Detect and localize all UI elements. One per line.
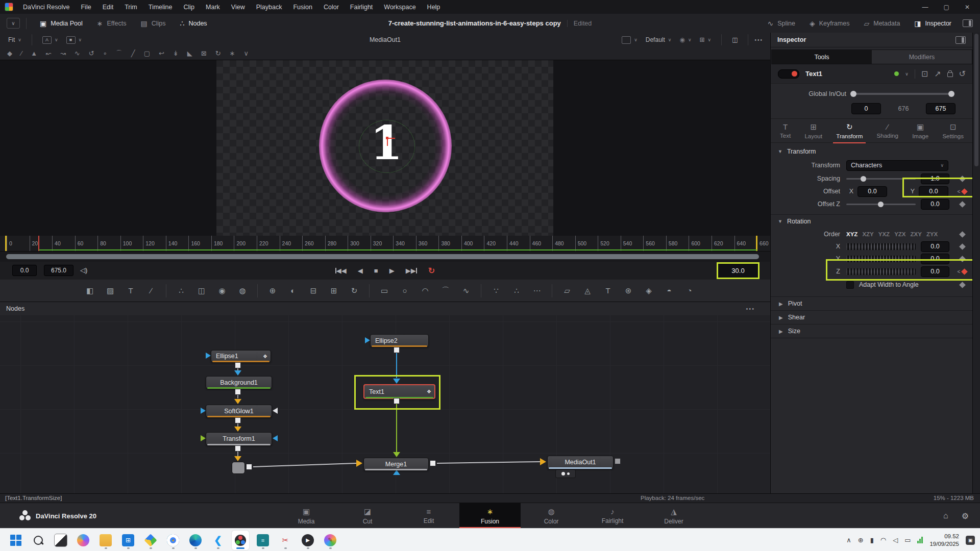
arc-icon[interactable]: ⌒ — [116, 49, 122, 58]
rectangle-mask-icon[interactable]: ▭ — [379, 286, 390, 295]
shape-3d-icon[interactable]: ◬ — [582, 286, 593, 295]
channel-dropdown[interactable]: A∨ — [38, 36, 62, 44]
global-in-out-slider[interactable] — [851, 93, 953, 95]
tab-shading[interactable]: ∕ Shading — [876, 120, 899, 141]
wave-mask-icon[interactable]: ∿ — [460, 286, 472, 295]
metadata-button[interactable]: ▱ Metadata — [856, 19, 907, 28]
davinci-resolve-taskbar-icon[interactable] — [232, 531, 249, 550]
spline-button[interactable]: ∿ Spline — [760, 19, 802, 28]
keyframe-icon[interactable] — [959, 176, 966, 182]
swap-icon[interactable]: ↩ — [159, 49, 164, 57]
rotation-order-option[interactable]: XYZ — [846, 231, 857, 237]
menu-item[interactable]: Timeline — [143, 1, 178, 14]
grid-dropdown[interactable]: ⊞∨ — [695, 36, 715, 43]
mediaout1-output-port[interactable] — [615, 458, 621, 464]
keyframe-icon[interactable] — [959, 201, 966, 208]
color-controls-dropdown[interactable]: ◉∨ — [675, 36, 695, 43]
mic-icon[interactable]: ▮ — [870, 536, 874, 544]
menu-item[interactable]: Help — [422, 1, 446, 14]
tab-text[interactable]: T Text — [779, 120, 792, 141]
transform-section-header[interactable]: ▼ Transform — [771, 145, 973, 158]
inspector-tab[interactable]: Tools — [772, 50, 872, 64]
maximize-icon[interactable]: ▢ — [944, 4, 949, 11]
panel-layout-icon[interactable] — [955, 36, 966, 44]
background-icon[interactable]: ◧ — [84, 286, 95, 295]
snip-tool-icon[interactable]: ✂ — [277, 531, 294, 550]
particle-render-icon[interactable]: ⋯ — [531, 286, 543, 295]
merge-3d-icon[interactable]: ⊛ — [623, 286, 634, 295]
versions-icon[interactable]: ⊡ — [921, 69, 928, 79]
skip-to-start-button[interactable]: ◀◀ — [335, 267, 347, 274]
timeline-ruler[interactable]: 0204060801001201401601802002202402602803… — [0, 236, 770, 252]
menu-item[interactable]: Mark — [200, 1, 226, 14]
proxy-dropdown[interactable]: ∨ — [618, 36, 642, 44]
nodes-options-button[interactable]: ••• — [746, 306, 755, 312]
node-underlay[interactable] — [232, 462, 245, 474]
collapsed-section-header[interactable]: ▶ Shear — [771, 310, 973, 324]
search-button[interactable] — [30, 531, 47, 550]
node-transform1[interactable]: Transform1 — [206, 432, 272, 445]
particle-emitter-icon[interactable]: ∵ — [491, 286, 502, 295]
layer-icon[interactable]: ⊟ — [308, 286, 319, 295]
playhead[interactable] — [38, 236, 39, 251]
media-pool-button[interactable]: ▣ Media Pool — [33, 19, 90, 28]
color-curves-icon[interactable]: ◫ — [196, 286, 207, 295]
line-icon[interactable]: ╱ — [131, 49, 135, 57]
pen-plus-icon[interactable]: ◆ — [7, 49, 12, 57]
inspector-scrollbar[interactable] — [972, 33, 980, 493]
tab-transform[interactable]: ↻ Transform — [835, 120, 864, 141]
softglow1-output-port[interactable] — [235, 417, 241, 423]
menu-item[interactable]: File — [75, 1, 96, 14]
chevron-down-icon[interactable]: ∨ — [905, 71, 909, 77]
page-deliver[interactable]: ◮ Deliver — [643, 503, 704, 529]
skip-to-end-button[interactable]: ▶▶ — [406, 267, 417, 274]
notes-app-icon[interactable]: ≡ — [254, 531, 272, 550]
collapsed-section-header[interactable]: ▶ Pivot — [771, 296, 973, 310]
rotation-order-option[interactable]: ZXY — [911, 231, 922, 237]
page-color[interactable]: ◍ Color — [521, 503, 582, 529]
viewer-options-button[interactable]: ••• — [754, 37, 763, 43]
text1-output-port[interactable] — [394, 398, 400, 404]
offset-z-slider[interactable] — [846, 204, 916, 205]
rotation-order-option[interactable]: XZY — [862, 231, 873, 237]
render-range-start[interactable] — [5, 236, 7, 251]
squiggle-icon[interactable]: ∿ — [75, 49, 80, 57]
node-graph[interactable]: Ellipse1 ❖ Background1 SoftGlow1 Transfo… — [0, 315, 770, 493]
transform-mode-dropdown[interactable]: Characters ∨ — [846, 160, 948, 171]
prev-keyframe-icon[interactable]: < — [958, 269, 961, 274]
node-ellipse2[interactable]: Ellipse2 — [370, 334, 429, 347]
page-fairlight[interactable]: ♪ Fairlight — [582, 503, 643, 529]
node-enable-toggle[interactable] — [778, 69, 799, 79]
file-explorer-icon[interactable] — [97, 531, 114, 550]
effects-button[interactable]: ∗ Effects — [90, 19, 134, 28]
panel-layout-icon[interactable] — [963, 19, 973, 27]
copilot-icon[interactable] — [75, 531, 92, 550]
menu-item[interactable]: Playback — [251, 1, 288, 14]
menu-item[interactable]: Edit — [97, 1, 119, 14]
dissolve-icon[interactable]: ◐ — [287, 286, 299, 295]
keyframe-icon[interactable] — [962, 268, 968, 275]
transform-icon[interactable]: ↻ — [349, 286, 360, 295]
rotation-y-field[interactable]: 0.0 — [921, 254, 949, 264]
lut-dropdown[interactable]: Default∨ — [642, 36, 676, 43]
menu-item[interactable]: View — [226, 1, 251, 14]
page-cut[interactable]: ◪ Cut — [337, 503, 398, 529]
page-edit[interactable]: ≡ Edit — [398, 503, 459, 529]
node-ellipse1[interactable]: Ellipse1 ❖ — [211, 350, 271, 362]
menu-item[interactable]: Fairlight — [345, 1, 378, 14]
home-icon[interactable]: ⌂ — [943, 511, 948, 520]
transform1-output-port[interactable] — [235, 445, 241, 452]
marquee-icon[interactable]: ▢ — [144, 49, 150, 57]
menu-item[interactable]: DaVinci Resolve — [17, 1, 75, 14]
rotation-order-option[interactable]: YZX — [894, 231, 905, 237]
edge-icon[interactable] — [187, 531, 204, 550]
viewer-assignment-badge[interactable] — [555, 469, 576, 478]
menu-item[interactable]: Clip — [178, 1, 201, 14]
keyframe-icon[interactable] — [959, 282, 966, 288]
dual-viewer-button[interactable]: ◫ — [728, 36, 742, 43]
menu-item[interactable]: Workspace — [378, 1, 421, 14]
battery-icon[interactable]: ▭ — [904, 536, 911, 544]
performance-chart-icon[interactable] — [917, 537, 923, 543]
rotation-x-field[interactable]: 0.0 — [921, 241, 949, 252]
ui-toggle-button[interactable]: ∨ — [7, 18, 20, 29]
